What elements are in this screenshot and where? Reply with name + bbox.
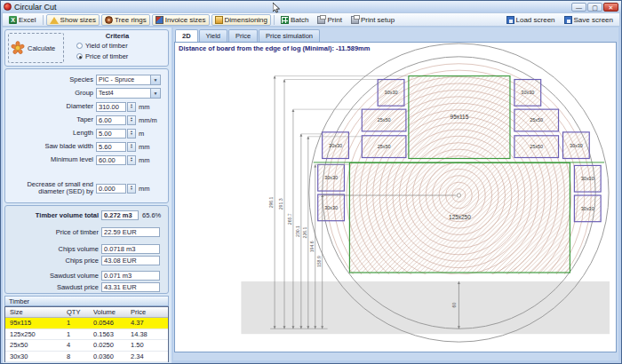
svg-text:25x50: 25x50 — [378, 144, 391, 149]
close-button[interactable]: ✕ — [603, 3, 618, 12]
tab-price[interactable]: Price — [228, 29, 258, 42]
total-value: 0.0718 m3 — [101, 244, 160, 254]
window: Circular Cut —▢✕ XExcelShow sizesTree ri… — [0, 0, 622, 364]
table-cell: 125x250 — [5, 330, 62, 338]
table-cell: 4 — [62, 341, 89, 349]
toolbar-button-label: Load screen — [516, 16, 555, 24]
taper-input[interactable]: 6.00 — [96, 115, 126, 125]
toolbar-button-load-screen[interactable]: Load screen — [503, 14, 559, 26]
piece-125x250[interactable]: 125x250 — [349, 162, 570, 273]
piece-25x50[interactable]: 25x50 — [514, 109, 559, 131]
toolbar-button-tree-rings[interactable]: Tree rings — [101, 14, 150, 26]
piece-30x30[interactable]: 30x30 — [378, 80, 404, 107]
diameter-spinner[interactable]: ▲▼ — [127, 102, 136, 112]
invoice-sizes-icon — [156, 16, 163, 24]
field-unit: mm — [139, 156, 150, 164]
table-cell: 1 — [62, 319, 89, 327]
column-header-size[interactable]: Size — [5, 308, 62, 316]
decrease-of-small-end-diameter-sed-by-input[interactable]: 0.000 — [96, 184, 126, 194]
piece-30x30[interactable]: 30x30 — [323, 132, 349, 159]
total-label: Sawdust volume — [5, 272, 101, 280]
minimum-level-spinner[interactable]: ▲▼ — [127, 155, 136, 165]
show-sizes-icon — [50, 17, 59, 24]
toolbar-button-label: Save screen — [574, 16, 613, 24]
table-cell: 25x50 — [5, 341, 62, 349]
dropdown-value: PIC - Spruce — [97, 75, 150, 84]
piece-30x30[interactable]: 30x30 — [514, 80, 541, 107]
piece-30x30[interactable]: 30x30 — [318, 194, 345, 221]
saw-blade-width-input[interactable]: 5.60 — [96, 142, 126, 152]
piece-25x50[interactable]: 25x50 — [514, 136, 559, 158]
piece-25x50[interactable]: 25x50 — [362, 109, 406, 131]
piece-95x115[interactable]: 95x115 — [409, 76, 510, 159]
length-spinner[interactable]: ▲▼ — [127, 129, 136, 138]
chevron-down-icon[interactable]: ▼ — [150, 89, 160, 98]
toolbar-button-print-setup[interactable]: Print setup — [347, 14, 398, 26]
totals-group: Timber volume total0.272 m365.6%Price of… — [4, 205, 169, 294]
tree-rings-icon — [105, 16, 113, 24]
column-header-qty[interactable]: QTY — [62, 308, 89, 316]
minimize-button[interactable]: — — [571, 3, 586, 12]
piece-30x30[interactable]: 30x30 — [574, 165, 601, 192]
toolbar-button-print[interactable]: Print — [314, 14, 345, 26]
radio-button-icon — [76, 53, 83, 59]
radio-yield-of-timber[interactable]: Yield of timber — [76, 42, 128, 50]
field-label: Taper — [5, 116, 96, 123]
tab-price-simulation[interactable]: Price simulation — [259, 29, 320, 42]
status-message: Distance of board from the edge of log (… — [179, 44, 370, 52]
piece-25x50[interactable]: 25x50 — [362, 136, 406, 158]
toolbar-button-show-sizes[interactable]: Show sizes — [46, 14, 100, 26]
total-label: Chips volume — [5, 245, 101, 253]
excel-icon: X — [9, 16, 17, 24]
maximize-button[interactable]: ▢ — [587, 3, 602, 12]
taper-spinner[interactable]: ▲▼ — [127, 115, 136, 125]
toolbar-button-invoice-sizes[interactable]: Invoice sizes — [152, 14, 210, 26]
column-header-volume[interactable]: Volume — [89, 308, 126, 316]
toolbar-button-excel[interactable]: XExcel — [5, 14, 40, 26]
piece-30x30[interactable]: 30x30 — [574, 195, 601, 222]
chevron-down-icon[interactable]: ▼ — [150, 75, 160, 84]
radio-price-of-timber[interactable]: Price of timber — [76, 52, 128, 60]
length-input[interactable]: 5.00 — [96, 129, 126, 138]
group-dropdown[interactable]: Test4▼ — [96, 88, 161, 99]
piece-30x30[interactable]: 30x30 — [562, 132, 589, 159]
window-controls: —▢✕ — [571, 3, 618, 12]
column-header-price[interactable]: Price — [126, 308, 166, 316]
toolbar-button-label: Tree rings — [115, 16, 147, 24]
tab-2d[interactable]: 2D — [175, 29, 198, 42]
batch-icon — [281, 16, 289, 24]
print-setup-icon — [351, 16, 359, 24]
decrease-of-small-end-diameter-sed-by-spinner[interactable]: ▲▼ — [127, 184, 136, 194]
toolbar-button-label: Batch — [291, 16, 308, 24]
field-row-length: Length5.00▲▼m — [5, 127, 170, 139]
minimum-level-input[interactable]: 60.00 — [96, 155, 126, 165]
diameter-input[interactable]: 310.00 — [96, 102, 126, 112]
titlebar: Circular Cut —▢✕ — [1, 1, 621, 12]
svg-text:25x50: 25x50 — [530, 117, 543, 123]
table-row[interactable]: 25x5040.02501.50 — [5, 340, 168, 352]
criteria-group: Calculate Criteria Yield of timberPrice … — [4, 29, 169, 67]
tab-yield[interactable]: Yield — [199, 29, 227, 42]
total-percent: 65.6% — [142, 211, 161, 219]
species-dropdown[interactable]: PIC - Spruce▼ — [96, 75, 161, 85]
table-row[interactable]: 125x25010.156314.38 — [5, 329, 168, 341]
svg-text:30x30: 30x30 — [329, 143, 342, 148]
total-row-timber-volume-total: Timber volume total0.272 m365.6% — [5, 209, 170, 221]
dimension-label: 291.3 — [278, 198, 283, 210]
table-row[interactable]: 30x3080.03602.34 — [5, 352, 168, 363]
app-icon — [4, 3, 12, 11]
field-unit: mm — [139, 103, 150, 111]
toolbar-button-label: Print setup — [361, 16, 395, 24]
toolbar-button-save-screen[interactable]: Save screen — [561, 14, 617, 26]
toolbar-button-label: Dimensioning — [225, 16, 267, 24]
toolbar-button-dimensioning[interactable]: Dimensioning — [211, 14, 271, 26]
field-row-minimum-level: Minimum level60.00▲▼mm — [5, 154, 170, 166]
calculate-button[interactable]: Calculate — [8, 33, 64, 63]
table-row[interactable]: 95x11510.05464.37 — [5, 318, 168, 329]
saw-blade-width-spinner[interactable]: ▲▼ — [127, 142, 136, 152]
floppy-icon — [564, 16, 572, 24]
table-cell: 1.50 — [126, 341, 166, 349]
total-label: Sawdust price — [5, 283, 101, 291]
toolbar-button-batch[interactable]: Batch — [277, 14, 312, 26]
piece-30x30[interactable]: 30x30 — [318, 164, 345, 191]
